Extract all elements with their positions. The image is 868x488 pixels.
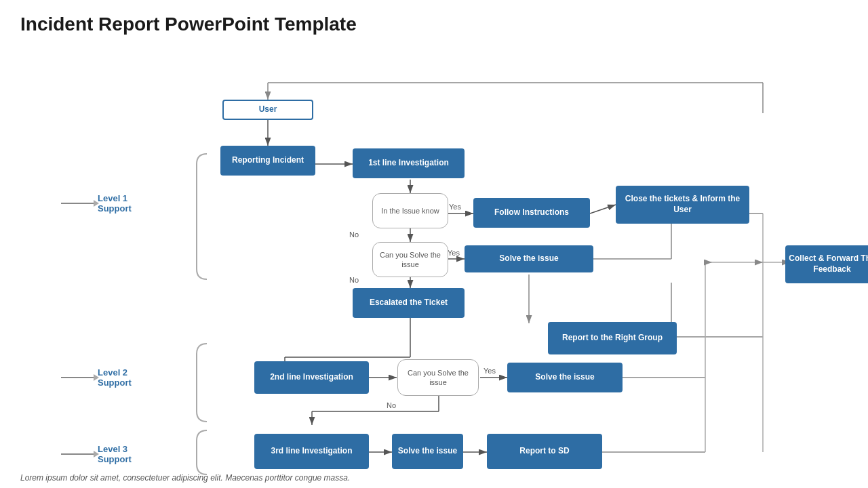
collect-forward-box: Collect & Forward The Feedback — [785, 245, 868, 283]
svg-text:Yes: Yes — [448, 249, 460, 257]
reporting-incident-box: Reporting Incident — [220, 146, 315, 176]
can-solve-2-box: Can you Solve the issue — [397, 359, 479, 396]
can-solve-1-box: Can you Solve the issue — [372, 242, 448, 277]
level3-support-label: Level 3 Support — [61, 444, 132, 464]
level2-support-label: Level 2 Support — [61, 367, 132, 388]
escalated-ticket-box: Escalated the Ticket — [353, 288, 465, 318]
follow-instructions-box: Follow Instructions — [473, 198, 590, 228]
svg-text:No: No — [349, 230, 359, 239]
report-sd-box: Report to SD — [487, 434, 602, 469]
solve-issue-1-box: Solve the issue — [465, 245, 593, 272]
user-box: User — [222, 100, 313, 120]
svg-text:No: No — [387, 401, 396, 409]
second-line-box: 2nd line Investigation — [254, 361, 369, 394]
close-tickets-box: Close the tickets & Inform the User — [616, 186, 749, 224]
solve-issue-3-box: Solve the issue — [392, 434, 463, 469]
footer-text: Lorem ipsum dolor sit amet, consectetuer… — [20, 473, 350, 483]
solve-issue-2-box: Solve the issue — [507, 363, 623, 392]
report-right-group-box: Report to the Right Group — [548, 322, 677, 354]
svg-text:No: No — [349, 276, 359, 284]
diagram-area: Yes No Yes No Yes No User Reporting Inci… — [20, 45, 848, 479]
third-line-box: 3rd line Investigation — [254, 434, 369, 469]
in-issue-know-box: In the Issue know — [372, 193, 448, 228]
svg-text:Yes: Yes — [484, 367, 496, 375]
svg-line-13 — [590, 205, 616, 214]
level1-support-label: Level 1 Support — [61, 193, 132, 214]
page-title: Incident Report PowerPoint Template — [20, 14, 848, 35]
first-line-box: 1st line Investigation — [353, 148, 465, 178]
page: Incident Report PowerPoint Template — [0, 0, 868, 488]
svg-text:Yes: Yes — [449, 203, 461, 211]
